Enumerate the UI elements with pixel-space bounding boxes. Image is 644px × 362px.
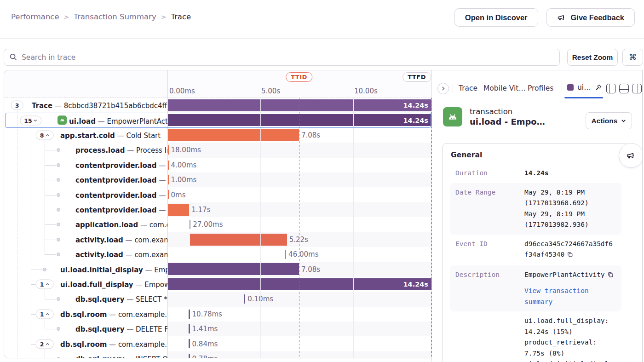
span-bar[interactable] — [285, 250, 287, 259]
tab-active-span[interactable]: ui… — [567, 83, 602, 92]
span-tree-cell[interactable]: 2db.sql.room — com.example.vu — [4, 336, 167, 351]
span-row[interactable]: 14.24s1ui.load.full_display — Empow — [4, 277, 431, 292]
ttid-badge[interactable]: TTID — [286, 72, 312, 82]
span-timeline-cell[interactable]: 0ms — [167, 187, 431, 202]
tab-mobile-vitals[interactable]: Mobile Vit… — [483, 84, 526, 92]
open-in-discover-button[interactable]: Open in Discover — [454, 8, 538, 27]
span-timeline-cell[interactable]: 7.08s — [167, 128, 431, 143]
layout-sidebar-right-icon[interactable] — [632, 84, 642, 93]
span-row[interactable]: 18.00msprocess.load — Process In — [4, 143, 431, 157]
span-row[interactable]: 7.08sui.load.initial_display — Empo — [4, 262, 431, 276]
span-timeline-cell[interactable]: 14.24s — [167, 113, 431, 127]
span-tree-cell[interactable]: db.sql.query — INSERT OR — [4, 351, 167, 358]
span-bar[interactable] — [244, 294, 246, 304]
actions-button[interactable]: Actions — [586, 112, 632, 129]
tree-guide-line — [31, 344, 36, 345]
span-bar[interactable] — [167, 263, 299, 275]
span-row[interactable]: 14.24s3Trace — 8cbbcd38721b415ab6cbdc4ff — [4, 98, 431, 113]
tab-trace[interactable]: Trace — [459, 84, 477, 92]
span-tree-cell[interactable]: db.sql.query — SELECT * F — [4, 292, 167, 306]
span-row[interactable]: 0.78msdb.sql.query — INSERT OR — [4, 351, 431, 358]
feedback-float-button[interactable] — [619, 143, 643, 168]
span-tree-cell[interactable]: ui.load.initial_display — Empo — [4, 262, 167, 276]
span-timeline-cell[interactable]: 1.17s — [167, 202, 431, 217]
span-row[interactable]: 1.41msdb.sql.query — DELETE FR — [4, 322, 431, 336]
give-feedback-button[interactable]: Give Feedback — [546, 8, 635, 27]
span-tree-cell[interactable]: 1db.sql.room — com.example.vu — [4, 307, 167, 322]
span-row[interactable]: 0.10msdb.sql.query — SELECT * F — [4, 292, 431, 306]
span-bar[interactable] — [189, 310, 190, 319]
span-bar[interactable] — [167, 204, 189, 216]
span-row[interactable]: 14.24s15 ui.load — EmpowerPlantActivity — [4, 113, 431, 127]
copy-icon[interactable] — [607, 270, 614, 282]
span-timeline-cell[interactable]: 4.00ms — [167, 158, 431, 172]
tree-guide-line — [45, 240, 56, 240]
copy-icon[interactable] — [567, 250, 573, 261]
span-timeline-cell[interactable]: 7.08s — [167, 262, 431, 276]
span-tree-cell[interactable]: 8app.start.cold — Cold Start — [4, 128, 167, 143]
span-children-count-pill[interactable]: 1 — [36, 309, 54, 319]
span-bar[interactable] — [167, 129, 299, 141]
span-tree-cell[interactable]: db.sql.query — DELETE FR — [4, 322, 167, 336]
span-tree-cell[interactable]: activity.load — com.examp — [4, 247, 167, 262]
span-children-count-pill[interactable]: 3 — [11, 101, 23, 110]
layout-drawer-bottom-icon[interactable] — [619, 84, 629, 93]
layout-sidebar-left-icon[interactable] — [606, 84, 616, 93]
span-timeline-cell[interactable]: 1.00ms — [167, 172, 431, 187]
collapse-panel-button[interactable] — [437, 83, 449, 94]
span-bar[interactable] — [167, 99, 431, 111]
ttfd-badge[interactable]: TTFD — [402, 72, 431, 82]
span-row[interactable]: 0.84ms2db.sql.room — com.example.vu — [4, 336, 431, 351]
span-tree-cell[interactable]: process.load — Process In — [4, 143, 167, 157]
span-bar[interactable] — [190, 220, 191, 229]
span-timeline-cell[interactable]: 1.41ms — [167, 322, 431, 336]
breadcrumb-transaction-summary[interactable]: Transaction Summary — [74, 12, 156, 21]
span-row[interactable]: 46.00msactivity.load — com.examp — [4, 247, 431, 262]
span-row[interactable]: 7.08s8app.start.cold — Cold Start — [4, 128, 431, 143]
search-input[interactable] — [4, 49, 560, 66]
span-tree-cell[interactable]: activity.load — com.examp — [4, 232, 167, 247]
span-bar[interactable] — [167, 278, 431, 290]
span-bar[interactable] — [167, 114, 431, 126]
span-timeline-cell[interactable]: 14.24s — [167, 277, 431, 292]
span-bar[interactable] — [189, 339, 190, 348]
span-tree-cell[interactable]: application.load — com.ex — [4, 217, 167, 232]
span-tree-cell[interactable]: contentprovider.load — io — [4, 172, 167, 187]
span-timeline-cell[interactable]: 10.78ms — [167, 307, 431, 322]
tab-profiles[interactable]: Profiles — [528, 84, 553, 92]
span-timeline-cell[interactable]: 0.84ms — [167, 336, 431, 351]
span-timeline-cell[interactable]: 27.00ms — [167, 217, 431, 232]
span-tree-cell[interactable]: 3Trace — 8cbbcd38721b415ab6cbdc4ff — [4, 98, 167, 113]
pin-icon[interactable] — [595, 84, 602, 91]
span-timeline-cell[interactable]: 18.00ms — [167, 143, 431, 157]
reset-zoom-button[interactable]: Reset Zoom — [567, 49, 618, 66]
span-bar[interactable] — [190, 234, 287, 246]
span-children-count-pill[interactable]: 15 — [20, 115, 41, 125]
span-tree-cell[interactable]: 1ui.load.full_display — Empow — [4, 277, 167, 292]
android-icon — [443, 107, 462, 126]
span-tree-cell[interactable]: contentprovider.load — io — [4, 158, 167, 172]
command-shortcut-button[interactable]: ⌘ — [622, 49, 643, 66]
span-row[interactable]: 0mscontentprovider.load — ar — [4, 187, 431, 202]
span-children-count-pill[interactable]: 2 — [36, 339, 54, 349]
span-tree-cell[interactable]: 15 ui.load — EmpowerPlantActivity — [4, 113, 167, 127]
breadcrumb-performance[interactable]: Performance — [11, 12, 59, 21]
span-bar[interactable] — [189, 324, 190, 333]
span-timeline-cell[interactable]: 46.00ms — [167, 247, 431, 262]
span-timeline-cell[interactable]: 0.10ms — [167, 292, 431, 306]
span-row[interactable]: 1.17scontentprovider.load — co — [4, 202, 431, 217]
span-timeline-cell[interactable]: 0.78ms — [167, 351, 431, 358]
span-timeline-cell[interactable]: 5.22s — [167, 232, 431, 247]
view-transaction-summary-link[interactable]: View transaction summary — [524, 286, 616, 307]
span-row[interactable]: 27.00msapplication.load — com.ex — [4, 217, 431, 232]
span-tree-cell[interactable]: contentprovider.load — co — [4, 202, 167, 217]
span-bar[interactable] — [189, 354, 190, 358]
span-children-count-pill[interactable]: 8 — [36, 130, 54, 140]
span-children-count-pill[interactable]: 1 — [36, 279, 54, 289]
span-row[interactable]: 10.78ms1db.sql.room — com.example.vu — [4, 307, 431, 322]
span-tree-cell[interactable]: contentprovider.load — ar — [4, 187, 167, 202]
span-row[interactable]: 5.22sactivity.load — com.examp — [4, 232, 431, 247]
span-row[interactable]: 4.00mscontentprovider.load — io — [4, 158, 431, 172]
span-timeline-cell[interactable]: 14.24s — [167, 98, 431, 113]
span-row[interactable]: 1.00mscontentprovider.load — io — [4, 172, 431, 187]
